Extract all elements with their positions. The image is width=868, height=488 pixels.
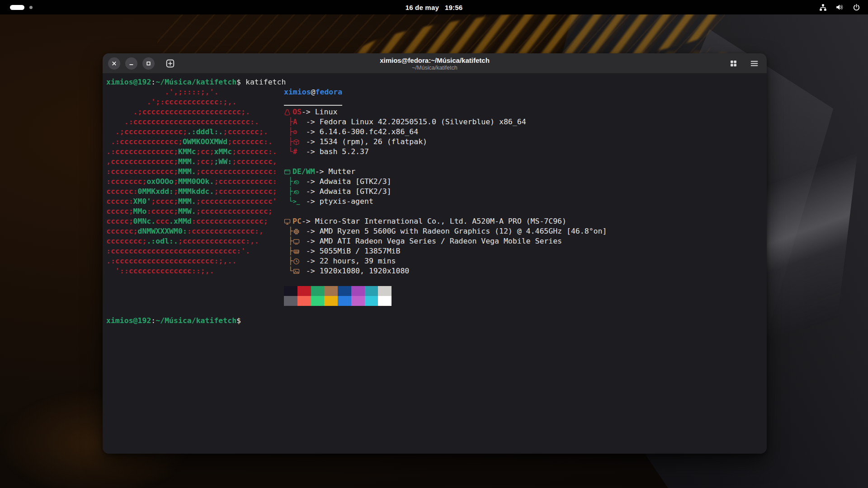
ascii-segment: KMMc [178,147,196,156]
ascii-segment: oxOOOo [146,177,174,186]
ascii-segment: .xMMd [169,217,192,225]
ascii-segment: OWMKOOXMWd [183,137,227,146]
new-tab-button[interactable] [163,57,177,70]
ascii-segment: xMMc [214,147,232,156]
ascii-segment: ;cc; [196,147,214,156]
arrow-text: -> [315,167,329,177]
ascii-segment: :ccccccccccccccc; [192,217,268,225]
ascii-segment: ccc [156,217,169,225]
window-subtitle: ~/Música/katifetch [299,65,571,71]
palette-swatch [365,296,378,306]
tree-connector: ├ [284,187,293,197]
arrow-text: -> [302,127,320,137]
info-underline [284,97,607,107]
ascii-segment: XM0' [133,197,151,206]
arrow-text: -> [302,107,315,117]
desktop-icon [284,169,292,175]
ascii-segment: MMo [133,207,147,216]
info-row: └ -> 1920x1080, 868x488 [284,266,607,276]
palette-swatch [324,296,338,306]
ram-icon [293,248,302,255]
palette-swatch [338,286,351,296]
window-title: ximios@fedora:~/Música/katifetch [299,56,571,65]
info-value: 6.14.6-300.fc42.x86_64 [320,127,419,137]
palette-swatch [284,286,297,296]
palette-swatch [311,296,325,306]
tree-connector: └ [284,266,293,276]
clock-icon [293,258,302,265]
palette-swatch [365,286,378,296]
prompt-user-host: ximios@192 [106,316,151,325]
system-info: ximios@fedoraOS-> Linux ├A -> Fedora Lin… [284,87,607,306]
prompt-colon: : [151,78,156,86]
info-value: Mutter [328,167,355,177]
ascii-segment: 0MMKxdd: [138,187,174,196]
workspace-indicator[interactable] [10,5,33,10]
maximize-button[interactable] [142,57,155,70]
info-row: ├ -> Adwaita [GTK2/3] [284,187,607,197]
ascii-segment: '::cccccccccccccc::;,. [106,267,214,275]
ascii-segment: MMMkddc. [178,187,214,196]
ascii-segment: ccccc; [106,217,133,225]
ascii-segment: MMW. [178,207,196,216]
arrow-text: -> [302,147,320,157]
prompt-colon: : [151,316,156,325]
prompt-dollar: $ [236,316,241,325]
ascii-segment: dNMWXXXWM0: [138,227,187,235]
ascii-segment: .:cccccccccccccccccccccc:;,.. [106,257,236,265]
info-value: Linux [315,107,338,117]
minimize-button[interactable] [125,57,137,70]
info-block-header-os: OS-> Linux [284,107,607,117]
terminal-content[interactable]: ximios@192:~/Música/katifetch$ katifetch… [103,74,767,454]
shell-hash-icon: # [293,147,302,157]
cpu-icon [293,228,302,235]
info-at: @ [311,87,316,97]
menu-button[interactable] [747,56,761,71]
fedora-icon: A [293,117,302,127]
info-value: bash 5.2.37 [320,147,369,157]
ascii-art-line: .',;::::;,'. [106,87,277,97]
ascii-segment: ;cccccccccccccccc' [196,197,277,206]
ascii-segment: ;ccccccc:. [227,137,272,146]
ascii-art-fedora-logo: .',;::::;,'. .';:cccccccccccc:;,. .;cccc… [106,87,277,276]
close-button[interactable] [108,57,120,70]
volume-icon[interactable] [835,3,844,12]
ascii-segment: ;cccccccccccc: [214,177,277,186]
info-user: ximios [284,87,311,97]
blank-line [284,206,607,216]
ascii-segment: MMM. [178,167,196,176]
workspace-dot[interactable] [29,6,33,9]
arrow-text: -> [302,117,320,127]
arrow-text: -> [302,137,320,147]
ascii-segment: .;ccccccccccccc; [106,127,187,136]
palette-swatch [324,286,338,296]
ascii-segment: .',;::::;,'. [106,88,218,96]
system-status-area[interactable] [818,3,861,12]
info-label-pc: PC [292,216,302,226]
info-value: 5055MiB / 13857MiB [320,246,401,256]
prompt-path: ~/Música/katifetch [156,78,236,86]
palette-swatch [311,286,325,296]
network-icon[interactable] [818,3,827,12]
ascii-segment: .:dddl:. [187,127,223,136]
window-headerbar[interactable]: ximios@fedora:~/Música/katifetch ~/Músic… [103,53,767,74]
arrow-text: -> [302,197,320,206]
ascii-segment: ;cccccccccccccccc: [196,167,277,176]
tree-connector: ├ [284,117,293,127]
workspace-pill-active[interactable] [10,5,24,10]
power-icon[interactable] [852,3,861,12]
tab-overview-button[interactable] [726,56,741,71]
theme-icon [293,178,302,185]
ascii-segment: .;cccccccccccccccccccccc;. [106,108,250,116]
info-row: └>_ -> ptyxis-agent [284,197,607,206]
ascii-segment: ;ccccccc:. [232,147,277,156]
info-row: ├A -> Fedora Linux 42.20250515.0 (Silver… [284,117,607,127]
window-title-box: ximios@fedora:~/Música/katifetch ~/Músic… [299,56,571,71]
top-bar: 16 de may 19:56 [0,0,868,14]
clock-button[interactable]: 16 de may 19:56 [406,4,463,11]
ascii-segment: :cccccccccccccc; [106,167,178,176]
ascii-segment: cccccc: [106,187,138,196]
ascii-art-line: ,cccccccccccccc;MMM.;cc;;WW:;cccccccc, [106,157,277,167]
tree-connector: ├ [284,256,293,266]
ascii-art-line: ccccc;0MNc.ccc.xMMd:ccccccccccccccc; [106,216,277,226]
